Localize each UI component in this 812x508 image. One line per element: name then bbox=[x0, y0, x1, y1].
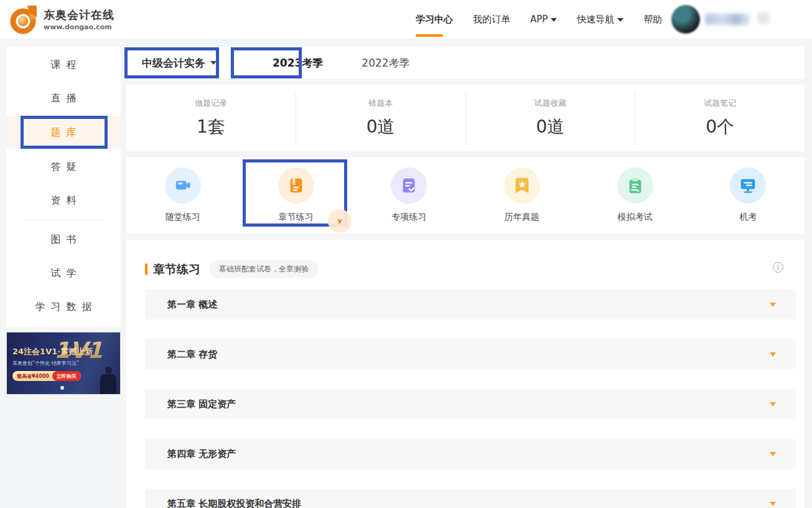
subject-dropdown[interactable]: 中级会计实务 bbox=[142, 56, 217, 70]
ad-title: 24注会1V1·震撼上新 bbox=[12, 346, 93, 357]
sidebar-item-study-data[interactable]: 学习数据 bbox=[6, 291, 121, 322]
top-header: 东奥会计在线 www.dongao.com 学习中心 我的订单 APP 快速导航… bbox=[0, 0, 812, 39]
dongao-logo-icon bbox=[9, 4, 39, 34]
sidebar-item-qa[interactable]: 答疑 bbox=[6, 151, 121, 182]
ad-promo-pill[interactable]: 最高省¥4000 立即购买 bbox=[12, 371, 81, 381]
sidebar-item-question-bank[interactable]: 题库 bbox=[6, 116, 121, 149]
bookmark-star-icon bbox=[504, 167, 540, 204]
stats-panel: 做题记录 1套 错题本 0道 试题收藏 0道 试题笔记 0个 bbox=[126, 85, 805, 151]
monitor-icon bbox=[730, 167, 766, 204]
user-name-blurred[interactable] bbox=[705, 14, 750, 25]
section-accent-bar bbox=[145, 263, 147, 275]
expand-caret-icon[interactable] bbox=[770, 452, 776, 456]
sidebar-item-trial[interactable]: 试学 bbox=[6, 258, 121, 289]
chevron-down-icon bbox=[617, 18, 623, 22]
chevron-down-icon bbox=[210, 61, 217, 65]
practice-type-mock-exam[interactable]: 模拟考试 bbox=[579, 157, 692, 233]
tab-season-2023[interactable]: 2023考季 bbox=[273, 56, 323, 70]
practice-type-past-exams[interactable]: 历年真题 bbox=[465, 157, 579, 233]
document-check-icon bbox=[391, 167, 427, 204]
stat-practice-records[interactable]: 做题记录 1套 bbox=[126, 92, 296, 145]
header-misc-icon bbox=[758, 12, 769, 24]
section-header: 章节练习 基础班配套试卷，全章测验 bbox=[145, 260, 318, 278]
practice-types-panel: 随堂练习 章节练习 专项练习 bbox=[126, 157, 805, 233]
sidebar-item-books[interactable]: 图书 bbox=[6, 224, 121, 255]
chapter-row-4[interactable]: 第四章 无形资产 bbox=[145, 439, 796, 469]
clipboard-icon bbox=[617, 167, 653, 204]
chapter-row-3[interactable]: 第三章 固定资产 bbox=[145, 389, 796, 419]
stat-wrong-answers[interactable]: 错题本 0道 bbox=[296, 92, 465, 145]
carousel-dot[interactable] bbox=[60, 386, 64, 390]
sidebar-divider bbox=[24, 220, 103, 220]
user-avatar[interactable] bbox=[671, 5, 700, 34]
practice-type-chapter[interactable]: 章节练习 bbox=[240, 157, 353, 233]
practice-type-classroom[interactable]: 随堂练习 bbox=[126, 157, 240, 233]
section-title: 章节练习 bbox=[153, 261, 200, 278]
video-camera-icon bbox=[165, 167, 201, 204]
nav-app-menu[interactable]: APP bbox=[530, 0, 557, 39]
brand-url: www.dongao.com bbox=[44, 23, 114, 31]
ad-buy-button[interactable]: 立即购买 bbox=[52, 371, 81, 381]
expand-caret-icon[interactable] bbox=[770, 502, 776, 506]
top-nav: 学习中心 我的订单 APP 快速导航 帮助 bbox=[416, 0, 662, 39]
sidebar-item-courses[interactable]: 课程 bbox=[6, 49, 121, 80]
chevron-down-icon bbox=[551, 18, 557, 22]
subject-tabs-panel: 中级会计实务 2023考季 2022考季 bbox=[126, 47, 805, 79]
expand-caret-icon[interactable] bbox=[770, 402, 776, 407]
info-icon[interactable]: i bbox=[773, 262, 783, 273]
sidebar-ad-banner[interactable]: 1V1 24注会1V1·震撼上新 东奥首创“个性化·结果学习法” 最高省¥400… bbox=[6, 332, 121, 395]
chapter-practice-section: 章节练习 基础班配套试卷，全章测验 i 第一章 概述 第二章 存货 第三章 固定… bbox=[126, 240, 805, 508]
ad-person-image bbox=[100, 367, 116, 394]
sidebar-menu: 课程 直播 题库 答疑 资料 图书 试学 学习数据 bbox=[6, 47, 121, 327]
expand-caret-icon[interactable] bbox=[770, 303, 776, 307]
nav-quick-navigation[interactable]: 快速导航 bbox=[577, 0, 623, 39]
chapter-row-5[interactable]: 第五章 长期股权投资和合营安排 bbox=[145, 489, 796, 508]
brand-logo[interactable]: 东奥会计在线 www.dongao.com bbox=[9, 4, 114, 34]
section-badge: 基础班配套试卷，全章测验 bbox=[210, 260, 318, 278]
tab-season-2022[interactable]: 2022考季 bbox=[362, 56, 409, 70]
chapter-row-1[interactable]: 第一章 概述 bbox=[145, 289, 796, 319]
nav-learning-center[interactable]: 学习中心 bbox=[416, 0, 453, 39]
chapter-row-2[interactable]: 第二章 存货 bbox=[145, 339, 796, 369]
nav-help[interactable]: 帮助 bbox=[643, 0, 662, 39]
book-icon bbox=[278, 167, 314, 204]
sidebar-item-live[interactable]: 直播 bbox=[6, 83, 121, 114]
stat-notes[interactable]: 试题笔记 0个 bbox=[635, 92, 805, 145]
brand-name: 东奥会计在线 bbox=[44, 7, 114, 22]
ad-subtitle: 东奥首创“个性化·结果学习法” bbox=[12, 360, 79, 367]
active-nav-underline bbox=[416, 34, 443, 37]
stat-favorites[interactable]: 试题收藏 0道 bbox=[465, 92, 635, 145]
sidebar-item-materials[interactable]: 资料 bbox=[6, 185, 121, 216]
nav-my-orders[interactable]: 我的订单 bbox=[473, 0, 510, 39]
practice-type-computer-exam[interactable]: 机考 bbox=[691, 157, 805, 233]
practice-type-special[interactable]: 专项练习 bbox=[352, 157, 465, 233]
expand-caret-icon[interactable] bbox=[770, 352, 776, 357]
